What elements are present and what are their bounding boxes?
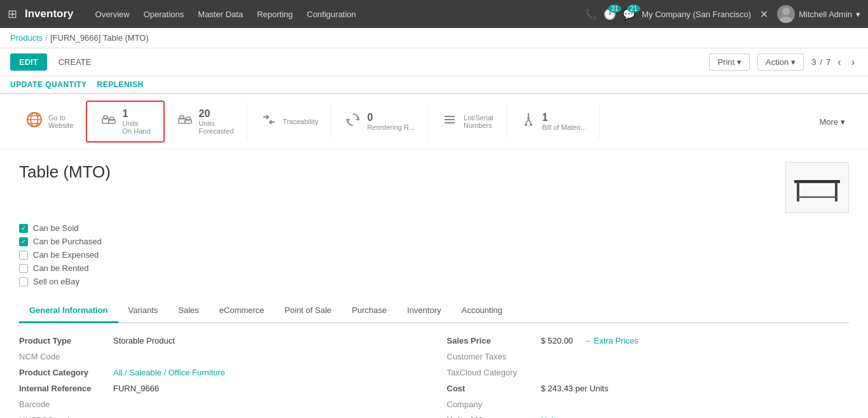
tab-variants[interactable]: Variants [118, 299, 169, 323]
svg-rect-12 [180, 116, 184, 119]
reordering-num: 0 [367, 112, 415, 123]
cb-can-be-purchased[interactable]: ✓ [19, 237, 28, 246]
action-button[interactable]: Action ▾ [757, 53, 804, 71]
customer-taxes-label: Customer Taxes [447, 352, 536, 361]
product-image [785, 162, 849, 213]
sales-price-label: Sales Price [447, 336, 536, 345]
svg-point-24 [525, 123, 527, 126]
barcode-label: Barcode [19, 400, 108, 409]
checkbox-can-be-rented: Can be Rented [19, 263, 849, 273]
print-button[interactable]: Print ▾ [709, 53, 750, 71]
pagination-prev[interactable]: ‹ [834, 55, 844, 69]
form-row-product-category: Product Category All / Saleable / Office… [19, 368, 422, 377]
extra-prices-link[interactable]: → Extra Prices [583, 336, 638, 345]
pagination-current: 3 [811, 57, 816, 67]
traceability-icon [260, 111, 278, 132]
cb-can-be-rented[interactable] [19, 264, 28, 273]
svg-rect-27 [797, 183, 799, 202]
replenish-button[interactable]: REPLENISH [97, 80, 144, 89]
smart-btn-bom[interactable]: 1 Bill of Materi... [507, 104, 600, 139]
tab-general-information[interactable]: General Information [19, 299, 118, 323]
tab-purchase[interactable]: Purchase [341, 299, 397, 323]
form-row-customer-taxes: Customer Taxes [447, 352, 850, 361]
print-label: Print [717, 57, 734, 67]
message-icon[interactable]: 💬 21 [623, 8, 635, 20]
phone-icon[interactable]: 📞 [584, 8, 597, 20]
cb-sell-on-ebay[interactable] [19, 277, 28, 286]
more-label: More [819, 117, 838, 127]
cost-value: $ 243.43 per Units [541, 384, 609, 393]
form-row-unit-of-measure: Unit of Measure Units [447, 415, 850, 418]
menu-operations[interactable]: Operations [137, 6, 191, 23]
sales-price-value: $ 520.00 [541, 336, 574, 345]
smart-btn-lot-serial[interactable]: Lot/SerialNumbers [428, 104, 506, 139]
units-on-hand-label: UnitsOn Hand [123, 120, 151, 135]
create-button[interactable]: CREATE [52, 53, 98, 71]
pagination: 3 / 7 ‹ › [811, 55, 858, 69]
traceability-label: Traceability [283, 118, 319, 125]
more-button[interactable]: More ▾ [809, 111, 855, 133]
top-menu: Overview Operations Master Data Reportin… [89, 6, 582, 23]
user-dropdown-icon: ▾ [856, 10, 860, 19]
bom-icon [520, 111, 537, 132]
secondary-actions-bar: UPDATE QUANTITY REPLENISH [0, 76, 868, 94]
cost-label: Cost [447, 384, 536, 393]
cb-can-be-sold[interactable]: ✓ [19, 224, 28, 233]
lot-serial-text: Lot/SerialNumbers [464, 114, 493, 129]
print-dropdown-icon: ▾ [737, 57, 741, 67]
breadcrumb-separator: / [45, 33, 48, 43]
edit-button[interactable]: EDIT [10, 53, 47, 71]
update-quantity-button[interactable]: UPDATE QUANTITY [10, 80, 87, 89]
cb-can-be-expensed[interactable] [19, 251, 28, 260]
action-bar-right: Print ▾ Action ▾ 3 / 7 ‹ › [709, 53, 858, 71]
svg-line-23 [528, 120, 531, 123]
more-dropdown-icon: ▾ [841, 117, 845, 127]
svg-rect-26 [794, 180, 840, 183]
tab-ecommerce[interactable]: eCommerce [209, 299, 275, 323]
action-dropdown-icon: ▾ [791, 57, 796, 67]
tab-accounting[interactable]: Accounting [451, 299, 513, 323]
menu-reporting[interactable]: Reporting [251, 6, 299, 23]
units-on-hand-text: 1 UnitsOn Hand [123, 108, 151, 135]
svg-rect-28 [835, 183, 837, 202]
menu-configuration[interactable]: Configuration [301, 6, 362, 23]
tab-sales[interactable]: Sales [168, 299, 209, 323]
smart-btn-reordering[interactable]: 0 Reordering R... [331, 104, 428, 139]
user-menu[interactable]: Mitchell Admin ▾ [777, 5, 860, 23]
lot-serial-label: Lot/SerialNumbers [464, 114, 493, 129]
smart-btn-traceability[interactable]: Traceability [247, 104, 332, 139]
grid-icon[interactable]: ⊞ [8, 7, 17, 21]
activity-icon[interactable]: 🕐 31 [603, 8, 616, 20]
message-badge: 21 [627, 4, 640, 13]
unit-of-measure-value[interactable]: Units [541, 415, 560, 418]
smart-buttons-bar: Go toWebsite 1 UnitsOn Hand [0, 94, 868, 150]
svg-line-22 [526, 120, 528, 123]
cb-can-be-rented-label: Can be Rented [33, 263, 88, 273]
form-row-product-type: Product Type Storable Product [19, 336, 422, 345]
tab-inventory[interactable]: Inventory [397, 299, 451, 323]
product-header: Table (MTO) [19, 162, 849, 213]
form-left-col: Product Type Storable Product NCM Code P… [19, 336, 422, 418]
product-form: Table (MTO) ✓ [0, 150, 868, 418]
taxcloud-category-label: TaxCloud Category [447, 368, 536, 377]
breadcrumb-parent[interactable]: Products [10, 33, 43, 43]
pagination-next[interactable]: › [848, 55, 858, 69]
phone-icon-wrap: 📞 [584, 8, 597, 20]
cb-can-be-sold-label: Can be Sold [33, 223, 79, 233]
traceability-text: Traceability [283, 118, 319, 125]
product-category-label: Product Category [19, 368, 108, 377]
smart-btn-goto-website[interactable]: Go toWebsite [13, 104, 87, 139]
menu-overview[interactable]: Overview [89, 6, 136, 23]
svg-rect-8 [104, 116, 107, 119]
close-icon[interactable]: ✕ [760, 8, 768, 20]
product-category-value[interactable]: All / Saleable / Office Furniture [113, 368, 225, 377]
tab-point-of-sale[interactable]: Point of Sale [275, 299, 342, 323]
form-row-unspsc: UNSPSC code [19, 415, 422, 418]
menu-master-data[interactable]: Master Data [191, 6, 249, 23]
form-row-company: Company [447, 400, 850, 409]
smart-btn-units-on-hand[interactable]: 1 UnitsOn Hand [86, 101, 165, 143]
activity-badge: 31 [608, 4, 621, 13]
reordering-text: 0 Reordering R... [367, 112, 415, 131]
company-selector[interactable]: My Company (San Francisco) [642, 10, 751, 19]
smart-btn-units-forecasted[interactable]: 20 UnitsForecasted [163, 102, 247, 141]
